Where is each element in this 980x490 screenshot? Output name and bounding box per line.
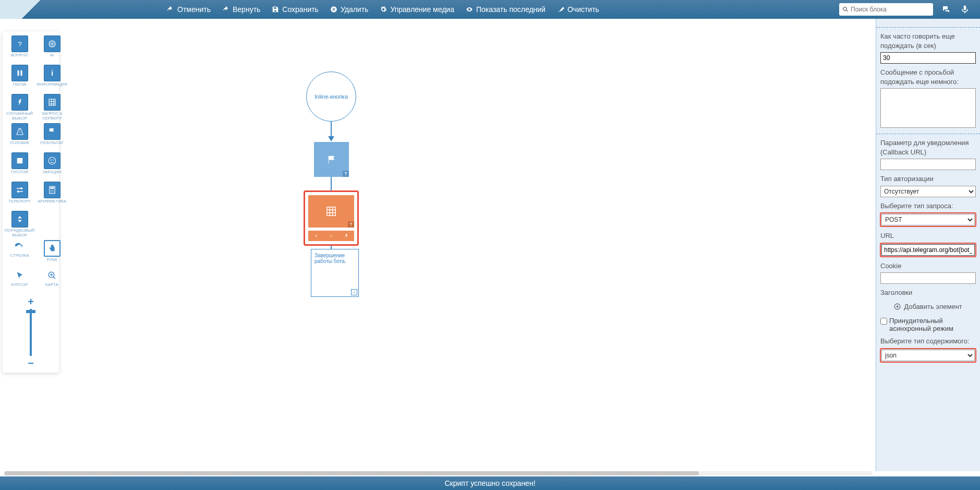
tool-hand[interactable]: РУКА (37, 240, 67, 268)
reqtype-highlight: POST (880, 212, 976, 227)
zoom-minus[interactable]: − (28, 358, 34, 368)
search-input[interactable] (851, 6, 930, 13)
properties-panel: Как часто говорить еще подождать (в сек)… (876, 19, 980, 471)
block1-tag: T (343, 171, 349, 177)
edge-2 (331, 177, 332, 190)
svg-text:?: ? (18, 40, 22, 48)
cookie-input[interactable] (880, 272, 976, 284)
tool-map[interactable]: КАРТА (37, 269, 67, 293)
flow-canvas[interactable]: Inline-кнопка T T ? i Завершение работы … (0, 19, 876, 471)
palette-ordinal[interactable]: ПОРЯДКОВЫЙ ВЫБОР (5, 211, 34, 239)
auth-label: Тип авторизации (880, 174, 976, 184)
ai-icon (47, 39, 57, 49)
svg-text:i: i (331, 234, 332, 238)
zoom-plus[interactable]: + (28, 296, 34, 307)
eye-icon (466, 6, 473, 13)
palette-empty[interactable]: ПУСТОЙ (5, 152, 34, 181)
ctype-select[interactable]: json (881, 350, 975, 361)
question-icon: ? (15, 39, 25, 49)
clear-button[interactable]: Очистить (557, 5, 599, 14)
search-wrap[interactable] (839, 3, 933, 16)
palette-emotion[interactable]: ЭМОЦИИ (37, 152, 67, 181)
undo-button[interactable]: Отменить (167, 5, 211, 14)
add-header-button[interactable]: Добавить элемент (880, 300, 976, 314)
flag-icon (325, 154, 338, 165)
palette-teleport[interactable]: ТЕЛЕПОРТ (5, 182, 34, 210)
info-note-block[interactable]: Завершение работы бота. i (311, 249, 359, 297)
save-label: Сохранить (282, 5, 319, 14)
scrollbar-thumb[interactable] (4, 471, 699, 475)
mic-icon[interactable] (960, 5, 970, 14)
arrowhead-1 (328, 136, 334, 141)
ctype-highlight: json (880, 348, 976, 363)
toolbar-actions: Отменить Вернуть Сохранить Удалить Управ… (167, 5, 599, 14)
result-block[interactable]: T (314, 142, 349, 177)
random-icon (15, 98, 25, 107)
reqtype-select[interactable]: POST (881, 214, 975, 225)
palette-question[interactable]: ?ВОПРОС (5, 35, 34, 64)
pause-icon (15, 68, 25, 78)
force-async-checkbox[interactable] (880, 318, 887, 325)
tool-arrow[interactable]: СТРЕЛКА (5, 240, 34, 268)
svg-rect-12 (50, 187, 54, 189)
square-icon (15, 156, 25, 165)
show-last-button[interactable]: Показать последний (466, 5, 546, 14)
palette-result[interactable]: РЕЗУЛЬТАТ (37, 123, 67, 151)
palette-ai[interactable]: AI (37, 35, 67, 64)
road-icon (15, 127, 25, 136)
top-toolbar: Отменить Вернуть Сохранить Удалить Управ… (0, 0, 980, 19)
palette-request[interactable]: ЗАПРОС К СЕРВЕРУ (37, 94, 67, 122)
media-button[interactable]: Управление медиа (380, 5, 454, 14)
gear-icon (380, 6, 387, 13)
freq-label: Как часто говорить еще подождать (в сек) (880, 32, 976, 50)
grid-icon (325, 206, 337, 217)
auth-select[interactable]: Отсутствует (880, 186, 976, 197)
start-label: Inline-кнопка (314, 93, 348, 100)
svg-point-8 (49, 157, 56, 164)
request-block-body[interactable]: T (308, 195, 354, 228)
svg-rect-6 (49, 99, 55, 105)
svg-point-16 (51, 192, 52, 193)
save-button[interactable]: Сохранить (272, 5, 319, 14)
tool-cursor[interactable]: КУРСОР (5, 269, 34, 293)
svg-point-14 (52, 190, 53, 191)
delete-button[interactable]: Удалить (330, 5, 368, 14)
undo-label: Отменить (177, 5, 211, 14)
topbar-right (941, 5, 970, 14)
grid-icon (47, 98, 57, 107)
chat-icon[interactable] (941, 5, 951, 14)
callback-input[interactable] (880, 159, 976, 170)
note-info-tag: i (351, 289, 357, 295)
palette-info[interactable]: iИНФОРМАЦИЯ (37, 65, 67, 93)
palette-arithmetic[interactable]: АРИФМЕТИКА (37, 182, 67, 210)
svg-point-15 (53, 190, 54, 191)
waitmsg-textarea[interactable] (880, 88, 976, 128)
url-highlight (880, 243, 976, 257)
request-block-selected[interactable]: T ? i (304, 190, 359, 246)
i-icon[interactable]: i (328, 233, 334, 239)
zoom-slider[interactable]: + − (5, 296, 57, 368)
palette-random[interactable]: СЛУЧАЙНЫЙ ВЫБОР (5, 94, 34, 122)
palette-pause[interactable]: ПАУЗА (5, 65, 34, 93)
palette-condition[interactable]: УСЛОВИЕ (5, 123, 34, 151)
svg-rect-3 (17, 70, 19, 76)
updown-icon (15, 214, 25, 224)
force-async-check[interactable]: Принудительный асинхронный режим (880, 317, 976, 332)
zoom-track[interactable] (30, 309, 32, 356)
q-icon[interactable]: ? (313, 233, 319, 239)
search-icon (842, 6, 849, 13)
url-input[interactable] (881, 244, 975, 256)
redo-button[interactable]: Вернуть (222, 5, 260, 14)
redo-icon (222, 6, 229, 13)
info-icon: i (47, 68, 57, 78)
branch-icon[interactable] (343, 233, 349, 239)
svg-point-13 (51, 190, 52, 191)
cursor-icon (15, 271, 25, 280)
freq-input[interactable] (880, 52, 976, 64)
arrow-tool-icon (15, 242, 25, 251)
start-node[interactable]: Inline-кнопка (306, 71, 356, 122)
canvas-hscrollbar[interactable] (4, 471, 873, 475)
svg-point-17 (52, 192, 53, 193)
zoom-thumb[interactable] (26, 310, 35, 313)
svg-point-18 (53, 192, 54, 193)
